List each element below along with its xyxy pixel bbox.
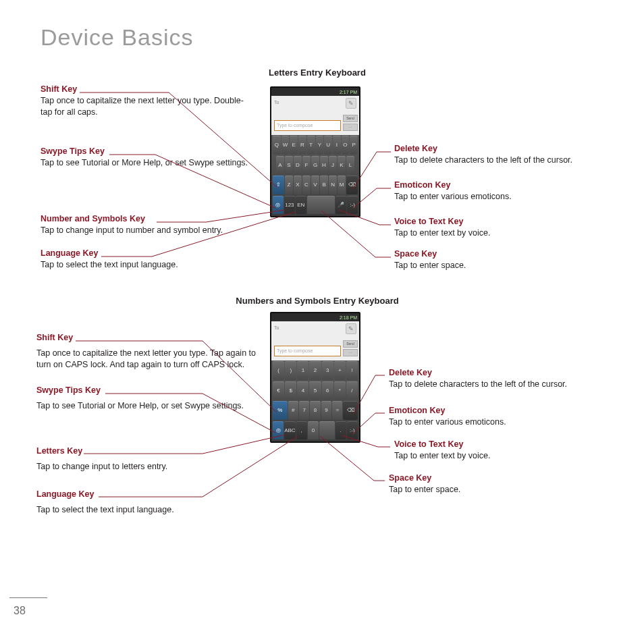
keyboard-letters: QWERTYUIOP ASDFGHJKL ⇧ZXCVBNM⌫ ◎123EN 🎤:…: [271, 135, 359, 215]
key: V: [311, 176, 319, 194]
compose-field: Type to compose: [274, 120, 341, 131]
callout-number-key-1: Number and Symbols KeyTap to change inpu…: [41, 213, 270, 236]
key: H: [320, 156, 328, 175]
key: =: [332, 401, 342, 420]
key: Y: [316, 136, 324, 155]
callout-emoticon-key-2: Emoticon KeyTap to enter various emotico…: [389, 405, 612, 428]
app-body: To ✎ Type to compose Send ···: [271, 96, 359, 135]
status-time-2: 2:18 PM: [340, 315, 357, 320]
key: $: [285, 381, 296, 400]
key: P: [350, 136, 358, 155]
key: %: [273, 401, 288, 420]
callout-language-key-1: Language KeyTap to select the text input…: [41, 248, 250, 271]
page-title: Device Basics: [41, 24, 194, 51]
key: (: [273, 361, 284, 380]
footer-rule: [9, 597, 47, 598]
attach-icon: ✎: [346, 98, 356, 109]
key: :-): [347, 421, 358, 440]
key: :-): [347, 196, 358, 215]
key: M: [338, 176, 346, 194]
status-bar-2: 2:18 PM: [271, 313, 359, 321]
phone-numbers: 2:18 PM To ✎ Type to compose Send ··· ()…: [270, 312, 360, 443]
callout-swype-key-1: Swype Tips KeyTap to see Tutorial or Mor…: [41, 146, 250, 169]
key: 8: [310, 401, 320, 420]
callout-swype-key-2: Swype Tips KeyTap to see Tutorial or Mor…: [36, 385, 263, 412]
key: I: [333, 136, 341, 155]
send-column: Send ···: [343, 115, 358, 132]
key: B: [320, 176, 328, 194]
key: 9: [321, 401, 331, 420]
key: N: [329, 176, 337, 194]
page-number: 38: [14, 605, 26, 617]
key: ,: [296, 421, 307, 440]
key: Q: [273, 136, 281, 155]
status-bar: 2:17 PM: [271, 88, 359, 96]
key: G: [311, 156, 319, 175]
more-button: ···: [343, 124, 358, 131]
key: F: [302, 156, 311, 175]
key: .: [336, 421, 346, 440]
callout-voice-key-1: Voice to Text KeyTap to enter text by vo…: [394, 216, 610, 239]
app-body-2: To ✎ Type to compose Send ···: [271, 321, 359, 360]
callout-space-key-2: Space KeyTap to enter space.: [389, 473, 612, 495]
phone-letters: 2:17 PM To ✎ Type to compose Send ··· QW…: [270, 86, 360, 217]
callout-emoticon-key-1: Emoticon KeyTap to enter various emotico…: [394, 180, 610, 203]
key: W: [281, 136, 290, 155]
key: 4: [297, 381, 308, 400]
status-time: 2:17 PM: [340, 90, 357, 95]
keyboard-numbers: ()123+! €$456*/ %#789=⌫ ◎ABC,0 .:-): [271, 360, 359, 440]
key: 5: [309, 381, 321, 400]
send-button-2: Send: [343, 340, 358, 348]
callout-shift-key-1: Shift KeyTap once to capitalize the next…: [41, 84, 250, 118]
key: ABC: [284, 421, 295, 440]
key: +: [334, 361, 346, 380]
key: EN: [296, 196, 306, 215]
key: 0: [308, 421, 319, 440]
key: D: [294, 156, 302, 175]
key: !: [346, 361, 358, 380]
compose-field-2: Type to compose: [274, 346, 341, 356]
key: [319, 421, 335, 440]
key: E: [290, 136, 298, 155]
key: ): [285, 361, 296, 380]
key: /: [346, 381, 358, 400]
key: 3: [322, 361, 333, 380]
key: 🎤: [336, 196, 346, 215]
key: Z: [285, 176, 293, 194]
key: S: [285, 156, 293, 175]
send-column-2: Send ···: [343, 340, 358, 358]
key: K: [338, 156, 346, 175]
callout-delete-key-2: Delete KeyTap to delete characters to th…: [389, 367, 612, 390]
section2-title: Numbers and Symbols Entry Keyboard: [230, 296, 405, 306]
key: 123: [284, 196, 295, 215]
callout-shift-key-2: Shift KeyTap once to capitalize the next…: [36, 332, 263, 371]
key: *: [334, 381, 346, 400]
key: €: [273, 381, 284, 400]
key: L: [346, 156, 354, 175]
attach-icon-2: ✎: [346, 323, 356, 334]
key: [307, 196, 335, 215]
key: R: [298, 136, 306, 155]
key: ◎: [273, 196, 284, 215]
key: X: [294, 176, 302, 194]
callout-letters-key-2: Letters KeyTap to change input to letter…: [36, 446, 263, 473]
key: J: [329, 156, 337, 175]
key: 1: [297, 361, 308, 380]
key: ◎: [273, 421, 284, 440]
callout-delete-key-1: Delete KeyTap to delete characters to th…: [394, 143, 610, 166]
key: #: [288, 401, 298, 420]
send-button: Send: [343, 115, 358, 122]
key: 6: [322, 381, 333, 400]
key: 2: [309, 361, 321, 380]
key: ⌫: [343, 401, 358, 420]
key: C: [302, 176, 311, 194]
key: O: [342, 136, 350, 155]
callout-space-key-1: Space KeyTap to enter space.: [394, 248, 610, 271]
more-button-2: ···: [343, 349, 358, 356]
key: ⌫: [346, 176, 358, 194]
key: ⇧: [273, 176, 284, 194]
to-label-2: To: [274, 325, 279, 330]
key: T: [307, 136, 315, 155]
section1-title: Letters Entry Keyboard: [250, 68, 385, 78]
callout-language-key-2: Language KeyTap to select the text input…: [36, 489, 263, 516]
